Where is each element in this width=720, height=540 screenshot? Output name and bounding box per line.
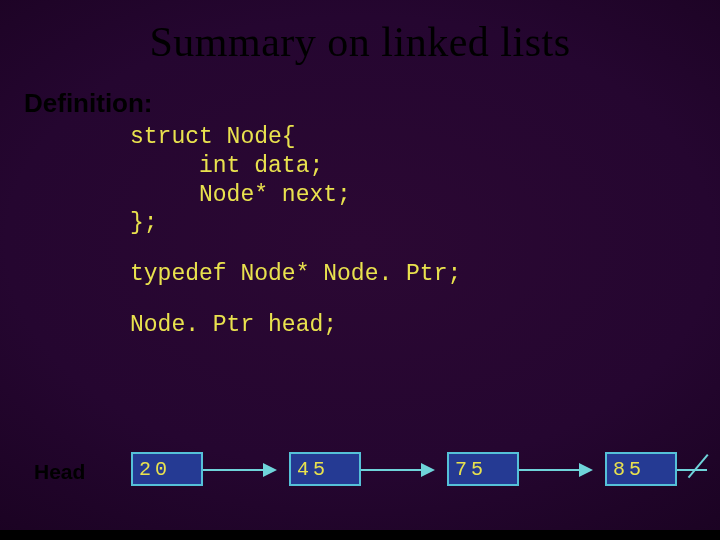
arrow-icon [361, 469, 433, 471]
list-node: 85 [605, 452, 677, 486]
null-terminator-icon [688, 454, 709, 478]
code-head-decl: Node. Ptr head; [130, 311, 720, 340]
code-line: int data; [130, 153, 323, 179]
slide-title: Summary on linked lists [0, 0, 720, 66]
code-line: Node. Ptr head; [130, 312, 337, 338]
code-line: }; [130, 210, 158, 236]
arrow-icon [519, 469, 591, 471]
definition-label: Definition: [24, 88, 720, 119]
list-node: 75 [447, 452, 519, 486]
head-label: Head [34, 460, 85, 484]
code-typedef: typedef Node* Node. Ptr; [130, 260, 720, 289]
arrow-icon [203, 469, 275, 471]
list-node: 20 [131, 452, 203, 486]
slide: Summary on linked lists Definition: stru… [0, 0, 720, 540]
code-line: Node* next; [130, 182, 351, 208]
spacer [0, 238, 720, 260]
linked-list-diagram: Head 20 45 75 85 [0, 452, 720, 512]
spacer [0, 289, 720, 311]
code-struct: struct Node{ int data; Node* next; }; [130, 123, 720, 238]
list-node: 45 [289, 452, 361, 486]
code-line: struct Node{ [130, 124, 296, 150]
code-line: typedef Node* Node. Ptr; [130, 261, 461, 287]
